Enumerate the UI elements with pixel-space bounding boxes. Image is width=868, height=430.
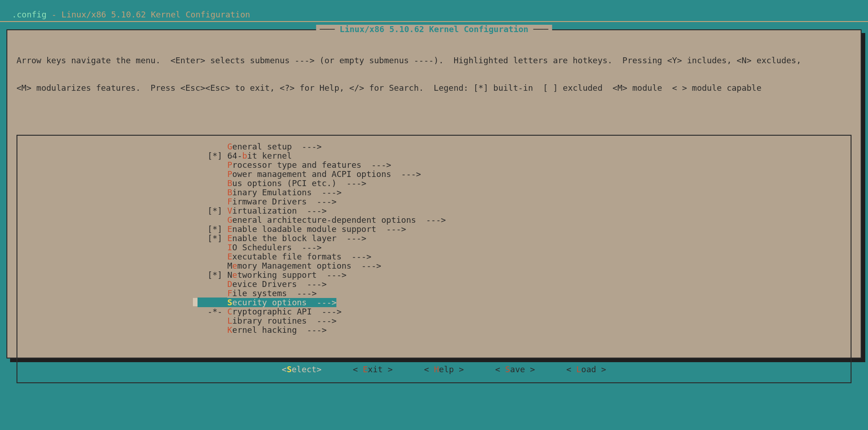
hotkey-char: b: [242, 151, 247, 160]
menu-item-indent: [17, 215, 227, 225]
menu-item-label: Cryptographic API --->: [227, 307, 341, 316]
hotkey-char: L: [227, 316, 232, 325]
menu-item-label: Binary Emulations --->: [227, 188, 341, 197]
menu-item-label: Executable file formats --->: [227, 252, 371, 261]
hotkey-char: B: [227, 178, 232, 188]
hotkey-char: D: [227, 279, 232, 289]
titlebar-sep: -: [47, 10, 62, 19]
menu-item-indent: [17, 179, 227, 188]
menu-item[interactable]: -*- Cryptographic API --->: [17, 307, 851, 316]
menu-item-indent: [17, 160, 227, 170]
menu-item[interactable]: General architecture-dependent options -…: [17, 215, 851, 225]
hotkey-char: e: [232, 261, 237, 270]
menu-item-label: Networking support --->: [227, 270, 346, 280]
menu-item-label: General architecture-dependent options -…: [227, 215, 446, 225]
menu-item-label: Bus options (PCI etc.) --->: [227, 179, 366, 188]
menu-item-indent: [17, 188, 227, 197]
menu-item[interactable]: IO Schedulers --->: [17, 243, 851, 252]
menu-item[interactable]: Library routines --->: [17, 316, 851, 325]
menu-item[interactable]: [*] Enable the block layer --->: [17, 234, 851, 243]
hotkey-char: V: [227, 206, 232, 215]
select-button[interactable]: <Select>: [274, 365, 330, 374]
menu-item-label: Firmware Drivers --->: [227, 197, 336, 206]
menu-item[interactable]: Kernel hacking --->: [17, 325, 851, 335]
menu-item-indent: -*-: [17, 307, 227, 316]
help-button[interactable]: < Help >: [416, 365, 472, 374]
menu-item-indent: [17, 197, 227, 206]
menu-item-label: Memory Management options --->: [227, 261, 381, 270]
hotkey-char: S: [227, 298, 232, 307]
menu-item[interactable]: Processor type and features --->: [17, 160, 851, 170]
menu-item-label: Enable the block layer --->: [227, 234, 366, 243]
menu-item-label: Device Drivers --->: [227, 280, 327, 289]
menu-item[interactable]: Binary Emulations --->: [17, 188, 851, 197]
menu-item[interactable]: [*] 64-bit kernel: [17, 151, 851, 160]
hotkey-char: E: [227, 224, 232, 234]
menu-item-indent: [17, 170, 227, 179]
menu-item[interactable]: Power management and ACPI options --->: [17, 170, 851, 179]
menu-item-indent: [17, 316, 227, 325]
menu-item-indent: [17, 325, 227, 335]
menu-list[interactable]: General setup --->[*] 64-bit kernel Proc…: [17, 142, 851, 335]
hotkey-char: B: [227, 187, 232, 197]
menu-item-label: Virtualization --->: [227, 206, 327, 215]
menu-item[interactable]: Bus options (PCI etc.) --->: [17, 179, 851, 188]
menu-item[interactable]: [*] Enable loadable module support --->: [17, 225, 851, 234]
menu-item-label: IO Schedulers --->: [227, 243, 322, 252]
menu-item[interactable]: File systems --->: [17, 289, 851, 298]
titlebar-title: Linux/x86 5.10.62 Kernel Configuration: [61, 10, 250, 19]
menu-item[interactable]: Memory Management options --->: [17, 261, 851, 270]
menu-item-label: Enable loadable module support --->: [227, 225, 406, 234]
menu-item-indent: [*]: [17, 225, 227, 234]
menu-item-label: Power management and ACPI options --->: [227, 170, 421, 179]
exit-button[interactable]: < Exit >: [345, 365, 401, 374]
menu-item-label: Library routines --->: [227, 316, 336, 325]
menu-item-indent: [17, 243, 227, 252]
menu-item-label: General setup --->: [227, 142, 322, 151]
hotkey-char: F: [227, 288, 232, 298]
menu-item[interactable]: Firmware Drivers --->: [17, 197, 851, 206]
help-line-1: Arrow keys navigate the menu. <Enter> se…: [16, 56, 852, 65]
menu-item-indent: [*]: [17, 234, 227, 243]
hotkey-char: I: [227, 243, 232, 252]
menu-item-indent: [17, 280, 227, 289]
menu-item[interactable]: General setup --->: [17, 142, 851, 151]
hotkey-char: P: [227, 160, 232, 170]
menu-item-label: 64-bit kernel: [227, 151, 292, 160]
config-file-name: .config: [12, 10, 47, 19]
hotkey-char: E: [227, 233, 232, 243]
menu-item-indent: [17, 142, 227, 151]
hotkey-char: G: [227, 142, 232, 151]
menu-item-indent: [*]: [17, 270, 227, 280]
cursor-icon: [193, 298, 198, 306]
panel-title: ─── Linux/x86 5.10.62 Kernel Configurati…: [316, 25, 552, 34]
menu-item-label: Processor type and features --->: [227, 160, 391, 170]
menu-item[interactable]: Security options --->: [17, 298, 851, 307]
menu-item-indent: [17, 289, 227, 298]
menu-item-label: Kernel hacking --->: [227, 325, 327, 335]
hotkey-char: E: [227, 252, 232, 261]
hotkey-char: C: [227, 307, 232, 316]
help-text: Arrow keys navigate the menu. <Enter> se…: [7, 30, 861, 115]
hotkey-char: K: [227, 325, 232, 335]
menu-item[interactable]: [*] Networking support --->: [17, 270, 851, 280]
load-button[interactable]: < Load >: [558, 365, 615, 374]
menu-item-indent: [*]: [17, 151, 227, 160]
hotkey-char: F: [227, 197, 232, 206]
help-line-2: <M> modularizes features. Press <Esc><Es…: [16, 83, 852, 93]
menu-item-indent: [17, 298, 227, 307]
menu-item-indent: [*]: [17, 206, 227, 215]
save-button[interactable]: < Save >: [487, 365, 544, 374]
menu-item-indent: [17, 261, 227, 270]
menu-item[interactable]: Executable file formats --->: [17, 252, 851, 261]
hotkey-char: e: [232, 270, 237, 280]
menu-item[interactable]: Device Drivers --->: [17, 280, 851, 289]
hotkey-char: P: [227, 169, 232, 179]
main-panel: ─── Linux/x86 5.10.62 Kernel Configurati…: [6, 29, 862, 358]
window-titlebar: .config - Linux/x86 5.10.62 Kernel Confi…: [0, 0, 868, 22]
button-bar: <Select> < Exit > < Help > < Save > < Lo…: [7, 356, 861, 383]
menu-item[interactable]: [*] Virtualization --->: [17, 206, 851, 215]
menu-item-indent: [17, 252, 227, 261]
menu-item-label: File systems --->: [227, 289, 317, 298]
menu-frame: General setup --->[*] 64-bit kernel Proc…: [16, 135, 852, 383]
